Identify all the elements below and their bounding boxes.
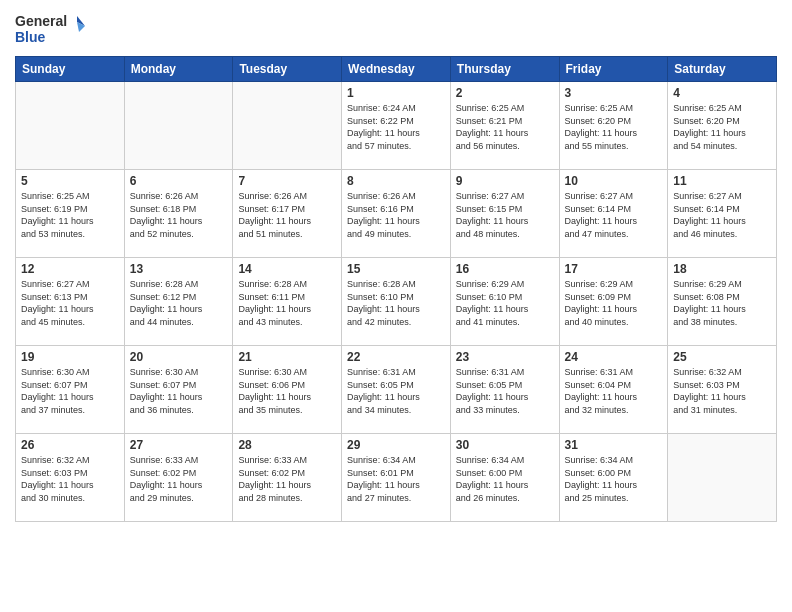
day-info: Sunrise: 6:28 AM Sunset: 6:10 PM Dayligh… [347,278,445,328]
day-info: Sunrise: 6:26 AM Sunset: 6:17 PM Dayligh… [238,190,336,240]
calendar-cell: 11Sunrise: 6:27 AM Sunset: 6:14 PM Dayli… [668,170,777,258]
calendar-cell: 19Sunrise: 6:30 AM Sunset: 6:07 PM Dayli… [16,346,125,434]
day-number: 13 [130,262,228,276]
day-info: Sunrise: 6:27 AM Sunset: 6:15 PM Dayligh… [456,190,554,240]
day-number: 29 [347,438,445,452]
header: General Blue [15,10,777,48]
calendar-cell: 14Sunrise: 6:28 AM Sunset: 6:11 PM Dayli… [233,258,342,346]
week-row-0: 1Sunrise: 6:24 AM Sunset: 6:22 PM Daylig… [16,82,777,170]
day-info: Sunrise: 6:29 AM Sunset: 6:08 PM Dayligh… [673,278,771,328]
day-info: Sunrise: 6:31 AM Sunset: 6:05 PM Dayligh… [456,366,554,416]
day-info: Sunrise: 6:34 AM Sunset: 6:00 PM Dayligh… [456,454,554,504]
day-number: 28 [238,438,336,452]
day-info: Sunrise: 6:26 AM Sunset: 6:16 PM Dayligh… [347,190,445,240]
weekday-header-row: SundayMondayTuesdayWednesdayThursdayFrid… [16,57,777,82]
day-number: 5 [21,174,119,188]
day-info: Sunrise: 6:28 AM Sunset: 6:11 PM Dayligh… [238,278,336,328]
day-number: 4 [673,86,771,100]
day-number: 8 [347,174,445,188]
generalblue-logo-icon: General Blue [15,10,85,48]
day-number: 3 [565,86,663,100]
day-info: Sunrise: 6:26 AM Sunset: 6:18 PM Dayligh… [130,190,228,240]
day-number: 30 [456,438,554,452]
day-number: 21 [238,350,336,364]
day-number: 11 [673,174,771,188]
day-number: 19 [21,350,119,364]
day-number: 12 [21,262,119,276]
calendar-cell: 27Sunrise: 6:33 AM Sunset: 6:02 PM Dayli… [124,434,233,522]
day-info: Sunrise: 6:32 AM Sunset: 6:03 PM Dayligh… [21,454,119,504]
calendar-cell: 31Sunrise: 6:34 AM Sunset: 6:00 PM Dayli… [559,434,668,522]
calendar-cell: 7Sunrise: 6:26 AM Sunset: 6:17 PM Daylig… [233,170,342,258]
day-info: Sunrise: 6:29 AM Sunset: 6:10 PM Dayligh… [456,278,554,328]
calendar-cell: 20Sunrise: 6:30 AM Sunset: 6:07 PM Dayli… [124,346,233,434]
calendar-cell: 18Sunrise: 6:29 AM Sunset: 6:08 PM Dayli… [668,258,777,346]
calendar-cell: 25Sunrise: 6:32 AM Sunset: 6:03 PM Dayli… [668,346,777,434]
day-info: Sunrise: 6:32 AM Sunset: 6:03 PM Dayligh… [673,366,771,416]
day-number: 9 [456,174,554,188]
day-info: Sunrise: 6:25 AM Sunset: 6:20 PM Dayligh… [673,102,771,152]
calendar-cell [124,82,233,170]
day-number: 31 [565,438,663,452]
calendar-cell: 2Sunrise: 6:25 AM Sunset: 6:21 PM Daylig… [450,82,559,170]
day-info: Sunrise: 6:31 AM Sunset: 6:04 PM Dayligh… [565,366,663,416]
day-number: 1 [347,86,445,100]
calendar-cell: 10Sunrise: 6:27 AM Sunset: 6:14 PM Dayli… [559,170,668,258]
weekday-tuesday: Tuesday [233,57,342,82]
weekday-sunday: Sunday [16,57,125,82]
day-number: 16 [456,262,554,276]
day-info: Sunrise: 6:25 AM Sunset: 6:21 PM Dayligh… [456,102,554,152]
day-info: Sunrise: 6:28 AM Sunset: 6:12 PM Dayligh… [130,278,228,328]
calendar-cell: 29Sunrise: 6:34 AM Sunset: 6:01 PM Dayli… [342,434,451,522]
calendar-cell [16,82,125,170]
calendar-cell: 30Sunrise: 6:34 AM Sunset: 6:00 PM Dayli… [450,434,559,522]
day-info: Sunrise: 6:29 AM Sunset: 6:09 PM Dayligh… [565,278,663,328]
calendar-cell: 26Sunrise: 6:32 AM Sunset: 6:03 PM Dayli… [16,434,125,522]
week-row-4: 26Sunrise: 6:32 AM Sunset: 6:03 PM Dayli… [16,434,777,522]
day-info: Sunrise: 6:31 AM Sunset: 6:05 PM Dayligh… [347,366,445,416]
day-number: 18 [673,262,771,276]
weekday-saturday: Saturday [668,57,777,82]
weekday-thursday: Thursday [450,57,559,82]
calendar-cell: 24Sunrise: 6:31 AM Sunset: 6:04 PM Dayli… [559,346,668,434]
day-info: Sunrise: 6:34 AM Sunset: 6:00 PM Dayligh… [565,454,663,504]
day-info: Sunrise: 6:27 AM Sunset: 6:13 PM Dayligh… [21,278,119,328]
day-number: 20 [130,350,228,364]
calendar-cell: 13Sunrise: 6:28 AM Sunset: 6:12 PM Dayli… [124,258,233,346]
calendar-cell: 5Sunrise: 6:25 AM Sunset: 6:19 PM Daylig… [16,170,125,258]
day-info: Sunrise: 6:30 AM Sunset: 6:07 PM Dayligh… [130,366,228,416]
day-info: Sunrise: 6:33 AM Sunset: 6:02 PM Dayligh… [130,454,228,504]
svg-text:Blue: Blue [15,29,46,45]
calendar-cell: 3Sunrise: 6:25 AM Sunset: 6:20 PM Daylig… [559,82,668,170]
weekday-monday: Monday [124,57,233,82]
day-number: 23 [456,350,554,364]
day-number: 2 [456,86,554,100]
calendar-cell: 4Sunrise: 6:25 AM Sunset: 6:20 PM Daylig… [668,82,777,170]
day-info: Sunrise: 6:25 AM Sunset: 6:20 PM Dayligh… [565,102,663,152]
day-info: Sunrise: 6:25 AM Sunset: 6:19 PM Dayligh… [21,190,119,240]
day-info: Sunrise: 6:33 AM Sunset: 6:02 PM Dayligh… [238,454,336,504]
day-number: 24 [565,350,663,364]
calendar-cell: 23Sunrise: 6:31 AM Sunset: 6:05 PM Dayli… [450,346,559,434]
week-row-1: 5Sunrise: 6:25 AM Sunset: 6:19 PM Daylig… [16,170,777,258]
calendar-cell: 21Sunrise: 6:30 AM Sunset: 6:06 PM Dayli… [233,346,342,434]
day-number: 17 [565,262,663,276]
day-number: 14 [238,262,336,276]
calendar-table: SundayMondayTuesdayWednesdayThursdayFrid… [15,56,777,522]
weekday-friday: Friday [559,57,668,82]
day-info: Sunrise: 6:27 AM Sunset: 6:14 PM Dayligh… [673,190,771,240]
week-row-3: 19Sunrise: 6:30 AM Sunset: 6:07 PM Dayli… [16,346,777,434]
day-number: 22 [347,350,445,364]
calendar-cell: 1Sunrise: 6:24 AM Sunset: 6:22 PM Daylig… [342,82,451,170]
calendar-cell: 22Sunrise: 6:31 AM Sunset: 6:05 PM Dayli… [342,346,451,434]
calendar-cell: 17Sunrise: 6:29 AM Sunset: 6:09 PM Dayli… [559,258,668,346]
day-number: 26 [21,438,119,452]
weekday-wednesday: Wednesday [342,57,451,82]
day-info: Sunrise: 6:34 AM Sunset: 6:01 PM Dayligh… [347,454,445,504]
calendar-cell: 9Sunrise: 6:27 AM Sunset: 6:15 PM Daylig… [450,170,559,258]
svg-text:General: General [15,13,67,29]
day-number: 25 [673,350,771,364]
week-row-2: 12Sunrise: 6:27 AM Sunset: 6:13 PM Dayli… [16,258,777,346]
logo: General Blue [15,10,85,48]
calendar-cell [668,434,777,522]
